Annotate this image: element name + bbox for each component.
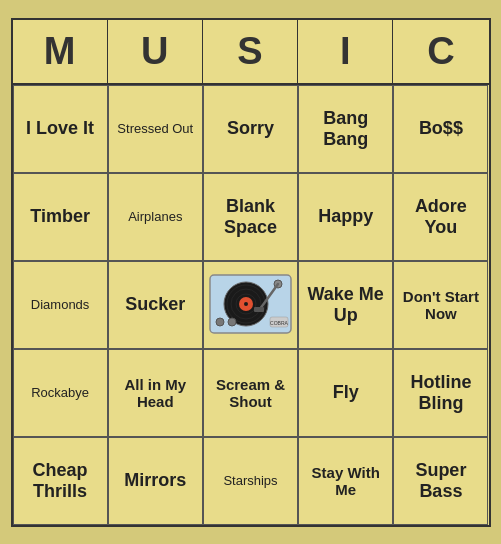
cell-r1-c0: Timber (13, 173, 108, 261)
cell-r4-c1: Mirrors (108, 437, 203, 525)
svg-point-13 (228, 318, 236, 326)
header-letter: C (393, 20, 488, 83)
cell-r1-c1: Airplanes (108, 173, 203, 261)
header-letter: U (108, 20, 203, 83)
cell-r0-c4: Bo$$ (393, 85, 488, 173)
bingo-card: MUSIC I Love ItStressed OutSorryBang Ban… (11, 18, 491, 527)
bingo-grid: I Love ItStressed OutSorryBang BangBo$$T… (13, 85, 489, 525)
svg-point-6 (244, 302, 248, 306)
cell-r4-c4: Super Bass (393, 437, 488, 525)
svg-point-12 (216, 318, 224, 326)
svg-rect-9 (254, 307, 264, 312)
cell-r0-c0: I Love It (13, 85, 108, 173)
cell-r0-c2: Sorry (203, 85, 298, 173)
cell-r3-c2: Scream & Shout (203, 349, 298, 437)
cell-r2-c2: COBRA (203, 261, 298, 349)
header-letter: I (298, 20, 393, 83)
cell-r1-c2: Blank Space (203, 173, 298, 261)
cell-r3-c0: Rockabye (13, 349, 108, 437)
cell-r4-c3: Stay With Me (298, 437, 393, 525)
header-letter: S (203, 20, 298, 83)
cell-r4-c2: Starships (203, 437, 298, 525)
cell-r0-c3: Bang Bang (298, 85, 393, 173)
cell-r2-c1: Sucker (108, 261, 203, 349)
cell-r4-c0: Cheap Thrills (13, 437, 108, 525)
cell-r3-c1: All in My Head (108, 349, 203, 437)
cell-r2-c3: Wake Me Up (298, 261, 393, 349)
cell-r2-c0: Diamonds (13, 261, 108, 349)
cell-r1-c3: Happy (298, 173, 393, 261)
cell-r2-c4: Don't Start Now (393, 261, 488, 349)
header-letter: M (13, 20, 108, 83)
record-player-icon: COBRA (208, 267, 293, 342)
cell-r0-c1: Stressed Out (108, 85, 203, 173)
bingo-header: MUSIC (13, 20, 489, 85)
cell-r3-c4: Hotline Bling (393, 349, 488, 437)
cell-r1-c4: Adore You (393, 173, 488, 261)
svg-text:COBRA: COBRA (270, 320, 288, 326)
cell-r3-c3: Fly (298, 349, 393, 437)
